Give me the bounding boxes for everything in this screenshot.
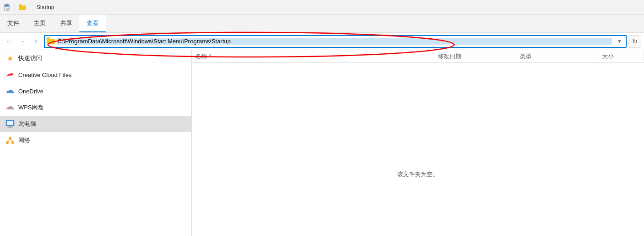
col-header-name[interactable]: 名称 ^: [192, 52, 434, 61]
sidebar-label-onedrive: OneDrive: [18, 88, 43, 95]
tab-share[interactable]: 共享: [53, 15, 79, 32]
svg-rect-1: [5, 4, 9, 7]
sidebar-label-network: 网络: [18, 136, 30, 144]
empty-folder-message: 该文件夹为空。: [192, 63, 644, 236]
path-folder-icon: [47, 37, 55, 46]
save-icon: [4, 4, 11, 11]
sidebar-item-wps[interactable]: W WPS网盘: [0, 99, 191, 116]
col-header-type[interactable]: 类型: [516, 52, 598, 61]
title-bar: Startup: [0, 0, 644, 15]
tab-home[interactable]: 主页: [26, 15, 53, 32]
main-layout: ★ 快速访问 Creative Cloud Files OneDrive: [0, 50, 644, 236]
svg-text:W: W: [8, 107, 10, 110]
svg-rect-9: [7, 127, 13, 128]
forward-button[interactable]: →: [16, 36, 28, 47]
tab-file[interactable]: 文件: [0, 15, 26, 32]
content-pane: 名称 ^ 修改日期 类型 大小 该文件夹为空。: [192, 50, 644, 236]
sidebar-item-quick-access[interactable]: ★ 快速访问: [0, 50, 191, 67]
refresh-button[interactable]: ↻: [628, 35, 641, 48]
onedrive-icon: [5, 87, 15, 96]
creative-cloud-icon: [5, 70, 15, 79]
address-input[interactable]: [57, 38, 612, 45]
svg-rect-8: [9, 126, 11, 127]
sidebar-item-network[interactable]: 网络: [0, 132, 191, 149]
divider2: [30, 3, 30, 11]
network-icon: [5, 136, 15, 145]
col-header-date[interactable]: 修改日期: [434, 52, 516, 61]
address-bar-row: ← → ↑ ▼ ↻: [0, 33, 644, 50]
sidebar: ★ 快速访问 Creative Cloud Files OneDrive: [0, 50, 192, 236]
ribbon: 文件 主页 共享 查看: [0, 15, 644, 33]
col-header-size[interactable]: 大小: [598, 52, 644, 61]
svg-line-14: [10, 138, 13, 143]
back-button[interactable]: ←: [3, 36, 15, 47]
svg-rect-7: [7, 121, 13, 125]
divider: [15, 3, 15, 11]
svg-line-13: [7, 138, 10, 143]
tab-view[interactable]: 查看: [79, 15, 106, 32]
address-bar[interactable]: ▼: [44, 35, 627, 48]
up-button[interactable]: ↑: [30, 36, 42, 47]
column-headers-bar: 名称 ^ 修改日期 类型 大小: [192, 50, 644, 63]
star-icon: ★: [5, 54, 15, 63]
sidebar-label-wps: WPS网盘: [18, 103, 44, 112]
sidebar-item-this-pc[interactable]: 此电脑: [0, 116, 191, 132]
sidebar-label-this-pc: 此电脑: [18, 120, 36, 128]
sidebar-label-quick-access: 快速访问: [18, 54, 42, 62]
address-dropdown-button[interactable]: ▼: [615, 36, 624, 47]
title-bar-icons: [4, 3, 32, 11]
sidebar-item-onedrive[interactable]: OneDrive: [0, 83, 191, 99]
computer-icon: [5, 119, 15, 128]
sidebar-label-creative-cloud: Creative Cloud Files: [18, 72, 72, 78]
wps-cloud-icon: W: [5, 103, 15, 112]
sidebar-item-creative-cloud[interactable]: Creative Cloud Files: [0, 67, 191, 83]
svg-rect-2: [6, 8, 9, 10]
window-title: Startup: [37, 4, 54, 10]
folder-icon: [19, 4, 26, 11]
